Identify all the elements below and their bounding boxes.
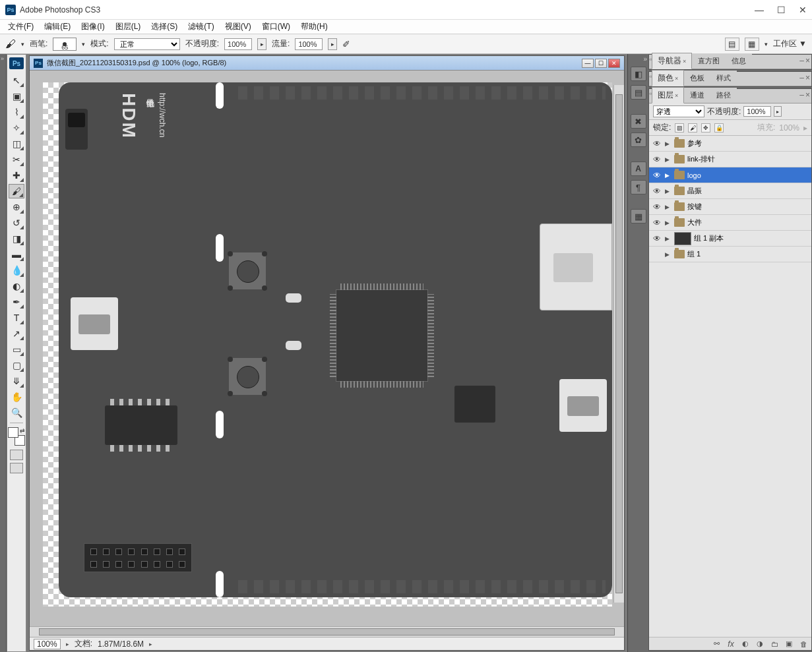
layer-name-label[interactable]: link-排针 [687, 154, 809, 164]
expand-icon[interactable]: ▶ [665, 235, 671, 242]
flow-flyout[interactable]: ▸ [328, 38, 337, 50]
expand-icon[interactable]: ▶ [665, 251, 671, 258]
layercomps-dock-icon[interactable]: ▦ [631, 209, 646, 223]
character-dock-icon[interactable]: A [631, 162, 646, 176]
expand-icon[interactable]: ▶ [665, 172, 671, 179]
layer-fx-icon[interactable]: fx [726, 639, 736, 649]
adjustment-layer-icon[interactable]: ◑ [755, 639, 765, 649]
marquee-tool[interactable]: ▣ [9, 89, 24, 104]
toolbox-collapse-strip[interactable] [0, 54, 7, 652]
tab-color[interactable]: 颜色× [652, 70, 684, 86]
tab-styles[interactable]: 样式 [710, 71, 737, 86]
tab-info[interactable]: 信息 [726, 53, 752, 69]
histogram-dock-icon[interactable]: ▤ [631, 85, 646, 100]
expand-icon[interactable]: ▶ [665, 220, 671, 226]
layer-row[interactable]: 👁▶晶振 [649, 183, 811, 199]
lock-pixels-icon[interactable]: 🖌 [688, 123, 697, 133]
layer-row[interactable]: 👁▶按键 [649, 199, 811, 215]
panel-close-icon[interactable]: × [805, 73, 810, 82]
doc-close-button[interactable]: ✕ [608, 59, 620, 68]
horizontal-scrollbar[interactable] [30, 626, 624, 637]
swap-colors-icon[interactable]: ⇄ [20, 427, 25, 434]
layer-blend-mode-select[interactable]: 穿透 [653, 105, 704, 117]
layer-row[interactable]: 👁▶参考 [649, 136, 811, 152]
tab-navigator[interactable]: 导航器× [652, 53, 692, 69]
layer-name-label[interactable]: 组 1 [687, 249, 809, 259]
tab-swatches[interactable]: 色板 [684, 71, 710, 86]
menu-window[interactable]: 窗口(W) [257, 21, 296, 32]
brush-tool[interactable]: 🖌 [9, 184, 24, 198]
tab-layers[interactable]: 图层× [652, 87, 684, 104]
expand-icon[interactable]: ▶ [665, 188, 671, 194]
tools-preset-dock-icon[interactable]: ✖ [631, 114, 646, 129]
go-to-bridge-icon[interactable]: ▦ [745, 38, 759, 51]
paragraph-dock-icon[interactable]: ¶ [631, 180, 646, 194]
opacity-flyout[interactable]: ▸ [257, 38, 266, 50]
foreground-color-swatch[interactable] [8, 427, 18, 438]
lasso-tool[interactable]: ⌇ [9, 105, 24, 119]
layer-name-label[interactable]: 按键 [687, 202, 809, 212]
slice-tool[interactable]: ✂ [9, 152, 24, 167]
visibility-toggle-icon[interactable]: 👁 [652, 250, 662, 259]
crop-tool[interactable]: ◫ [9, 136, 24, 151]
menu-help[interactable]: 帮助(H) [296, 21, 333, 32]
fill-input[interactable]: 100% [779, 123, 799, 133]
brush-tool-icon[interactable]: 🖌 [5, 38, 16, 50]
document-titlebar[interactable]: Ps 微信截图_20211203150319.psd @ 100% (logo,… [30, 56, 624, 71]
visibility-toggle-icon[interactable]: 👁 [652, 202, 662, 212]
doc-maximize-button[interactable]: ☐ [595, 59, 607, 68]
layer-row[interactable]: 👁▶logo [649, 167, 811, 183]
menu-view[interactable]: 视图(V) [220, 21, 257, 32]
layer-name-label[interactable]: 大件 [687, 218, 809, 227]
tab-histogram[interactable]: 直方图 [692, 53, 726, 69]
doc-minimize-button[interactable]: — [582, 59, 594, 68]
link-layers-icon[interactable]: ⚯ [711, 639, 722, 649]
new-group-icon[interactable]: 🗀 [769, 639, 780, 649]
menu-select[interactable]: 选择(S) [146, 21, 183, 32]
visibility-toggle-icon[interactable]: 👁 [652, 155, 662, 164]
visibility-toggle-icon[interactable]: 👁 [652, 218, 662, 227]
zoom-tool[interactable]: 🔍 [9, 405, 24, 420]
layer-name-label[interactable]: logo [687, 171, 809, 179]
file-browser-icon[interactable]: ▤ [725, 38, 739, 51]
brush-preset-picker[interactable]: 65 [53, 38, 77, 51]
pen-tool[interactable]: ✒ [9, 295, 24, 309]
close-button[interactable]: ✕ [799, 5, 807, 15]
panel-close-icon[interactable]: × [805, 56, 810, 65]
healing-tool[interactable]: ✚ [9, 168, 24, 183]
lock-all-icon[interactable]: 🔒 [714, 123, 724, 133]
visibility-toggle-icon[interactable]: 👁 [652, 171, 662, 180]
panel-minimize-icon[interactable]: – [799, 73, 804, 82]
lock-transparency-icon[interactable]: ▨ [675, 123, 684, 133]
eraser-tool[interactable]: ◨ [9, 231, 24, 246]
shape-tool[interactable]: ▭ [9, 342, 24, 357]
layer-name-label[interactable]: 晶振 [687, 186, 809, 196]
layer-row[interactable]: 👁▶组 1 副本 [649, 231, 811, 247]
layer-mask-icon[interactable]: ◐ [740, 639, 751, 649]
visibility-toggle-icon[interactable]: 👁 [652, 139, 662, 148]
menu-layer[interactable]: 图层(L) [110, 21, 146, 32]
blend-mode-select[interactable]: 正常 [114, 38, 180, 50]
menu-edit[interactable]: 编辑(E) [39, 21, 76, 32]
maximize-button[interactable]: ☐ [777, 5, 786, 15]
eyedropper-tool[interactable]: ⤋ [9, 374, 24, 388]
menu-file[interactable]: 文件(F) [3, 21, 39, 32]
airbrush-icon[interactable]: ✐ [342, 39, 350, 49]
notes-tool[interactable]: ▢ [9, 358, 24, 372]
history-brush-tool[interactable]: ↺ [9, 216, 24, 230]
layer-name-label[interactable]: 组 1 副本 [694, 233, 809, 243]
layer-opacity-input[interactable]: 100% [743, 106, 771, 117]
panel-minimize-icon[interactable]: – [799, 90, 804, 100]
navigator-dock-icon[interactable]: ◧ [631, 67, 646, 81]
dodge-tool[interactable]: ◐ [9, 279, 24, 293]
wand-tool[interactable]: ✧ [9, 121, 24, 135]
layer-row[interactable]: 👁▶link-排针 [649, 152, 811, 167]
brushes-dock-icon[interactable]: ✿ [631, 133, 646, 147]
expand-icon[interactable]: ▶ [665, 204, 671, 210]
lock-position-icon[interactable]: ✥ [701, 123, 710, 133]
fill-flyout[interactable]: ▸ [803, 123, 807, 133]
vertical-scrollbar[interactable] [613, 85, 624, 603]
panel-close-icon[interactable]: × [805, 90, 810, 100]
gradient-tool[interactable]: ▬ [9, 247, 24, 262]
minimize-button[interactable]: — [755, 5, 764, 15]
